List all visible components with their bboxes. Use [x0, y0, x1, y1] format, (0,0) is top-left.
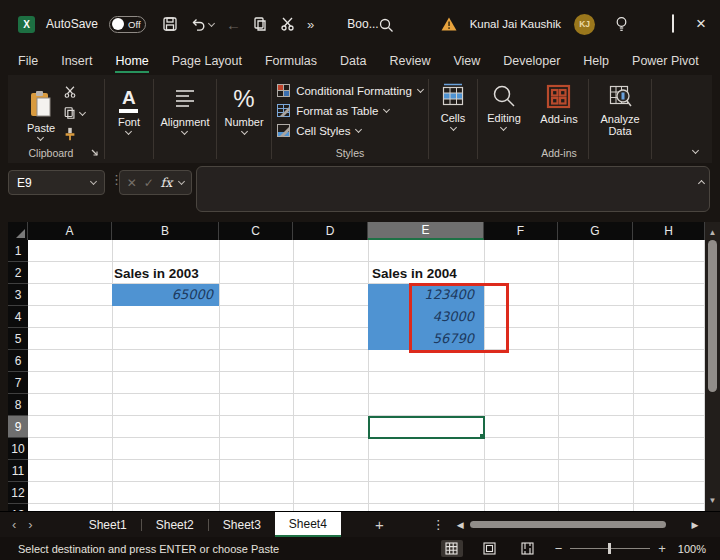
page-layout-view-button[interactable]	[479, 540, 501, 557]
user-avatar[interactable]: KJ	[574, 14, 595, 35]
sheet-tab-sheet2[interactable]: Sheet2	[142, 512, 208, 537]
active-cell-e9[interactable]	[368, 416, 485, 439]
sheet-next-icon[interactable]: ›	[28, 517, 44, 532]
enter-button[interactable]: ✓	[144, 176, 154, 190]
sheet-tab-sheet4[interactable]: Sheet4	[275, 512, 341, 537]
vertical-scrollbar[interactable]: ▲ ▼	[705, 222, 720, 511]
cancel-button[interactable]: ✕	[127, 176, 137, 190]
select-all-corner[interactable]	[8, 222, 28, 240]
font-glyph: A	[122, 88, 136, 108]
maximize-button[interactable]	[672, 15, 674, 33]
column-header-a[interactable]: A	[28, 222, 112, 240]
row-header-7[interactable]: 7	[8, 372, 28, 394]
ribbon-copy-button[interactable]	[63, 106, 85, 120]
format-as-table-button[interactable]: Format as Table	[277, 104, 423, 117]
row-header-9[interactable]: 9	[8, 416, 28, 438]
lightbulb-icon[interactable]	[614, 16, 629, 33]
column-header-g[interactable]: G	[558, 222, 633, 240]
save-button[interactable]	[162, 16, 178, 32]
row-header-4[interactable]: 4	[8, 306, 28, 328]
horizontal-scrollbar-thumb[interactable]	[470, 521, 666, 528]
user-name[interactable]: Kunal Jai Kaushik	[470, 18, 561, 30]
autosave-toggle[interactable]: Off	[109, 16, 146, 33]
sheet-prev-icon[interactable]: ‹	[0, 517, 28, 532]
vertical-scrollbar-thumb[interactable]	[708, 240, 717, 392]
qat-overflow-button[interactable]: »	[307, 17, 314, 32]
scroll-up-icon[interactable]: ▲	[709, 225, 717, 241]
tab-insert[interactable]: Insert	[61, 50, 92, 74]
redo-button[interactable]: ←	[226, 16, 241, 33]
insert-function-button[interactable]: fx	[161, 175, 173, 190]
column-header-b[interactable]: B	[112, 222, 219, 240]
alignment-button[interactable]: Alignment	[161, 75, 210, 163]
row-header-1[interactable]: 1	[8, 240, 28, 262]
cell-b3[interactable]: 65000	[112, 284, 219, 306]
cell-b2[interactable]: Sales in 2003	[114, 263, 199, 285]
tab-review[interactable]: Review	[389, 50, 430, 74]
zoom-level[interactable]: 100%	[678, 543, 706, 555]
copy-button[interactable]	[253, 16, 268, 32]
column-header-d[interactable]: D	[293, 222, 368, 240]
row-header-6[interactable]: 6	[8, 350, 28, 372]
name-box-dropdown-icon[interactable]	[90, 178, 97, 185]
row-header-10[interactable]: 10	[8, 438, 28, 460]
number-dropdown-icon	[240, 128, 247, 135]
tab-help[interactable]: Help	[583, 50, 609, 74]
scroll-down-icon[interactable]: ▼	[709, 493, 717, 509]
ribbon-collapse-icon[interactable]	[692, 147, 699, 154]
horizontal-scrollbar[interactable]: ◀ ▶	[457, 520, 699, 530]
zoom-slider[interactable]	[570, 548, 650, 549]
name-box[interactable]: E9	[8, 170, 105, 195]
row-header-12[interactable]: 12	[8, 482, 28, 504]
number-button[interactable]: % Number	[224, 75, 263, 163]
column-header-f[interactable]: F	[484, 222, 558, 240]
sheet-tab-sheet1[interactable]: Sheet1	[75, 512, 141, 537]
warning-icon[interactable]	[441, 17, 457, 31]
row-header-8[interactable]: 8	[8, 394, 28, 416]
zoom-slider-thumb[interactable]	[608, 543, 611, 554]
scroll-left-icon[interactable]: ◀	[457, 520, 464, 530]
column-header-e[interactable]: E	[368, 222, 484, 240]
cells-button[interactable]: Cells	[440, 75, 466, 163]
column-header-c[interactable]: C	[219, 222, 293, 240]
font-button[interactable]: A Font	[118, 75, 140, 163]
tab-power-pivot[interactable]: Power Pivot	[632, 50, 699, 74]
cell-styles-button[interactable]: Cell Styles	[277, 124, 423, 137]
tab-formulas[interactable]: Formulas	[265, 50, 317, 74]
column-header-h[interactable]: H	[633, 222, 705, 240]
sheet-tab-sheet3[interactable]: Sheet3	[209, 512, 275, 537]
row-header-2[interactable]: 2	[8, 262, 28, 284]
row-header-5[interactable]: 5	[8, 328, 28, 350]
page-break-view-button[interactable]	[517, 540, 539, 557]
tab-data[interactable]: Data	[340, 50, 366, 74]
ribbon-cut-icon[interactable]	[63, 85, 77, 99]
red-annotation-box	[409, 283, 509, 353]
tab-file[interactable]: File	[18, 50, 38, 74]
new-sheet-button[interactable]: +	[375, 516, 384, 533]
cut-button[interactable]	[280, 16, 295, 32]
conditional-formatting-button[interactable]: Conditional Formatting	[277, 84, 423, 97]
tab-page-layout[interactable]: Page Layout	[172, 50, 242, 74]
close-button[interactable]: ×	[696, 19, 706, 29]
row-header-11[interactable]: 11	[8, 460, 28, 482]
tab-developer[interactable]: Developer	[503, 50, 560, 74]
undo-button[interactable]	[190, 17, 214, 32]
editing-button[interactable]: Editing	[487, 75, 521, 163]
row-header-13[interactable]: 13	[8, 504, 28, 511]
row-header-3[interactable]: 3	[8, 284, 28, 306]
search-button[interactable]	[378, 17, 395, 34]
zoom-out-button[interactable]: −	[555, 541, 563, 556]
format-painter-icon[interactable]	[63, 127, 77, 141]
formula-input[interactable]	[196, 166, 710, 212]
tab-home[interactable]: Home	[115, 50, 148, 74]
analyze-data-button[interactable]: Analyze Data	[594, 75, 646, 163]
zoom-in-button[interactable]: +	[658, 541, 666, 556]
cell-e2[interactable]: Sales in 2004	[372, 263, 457, 285]
undo-dropdown-icon[interactable]	[208, 19, 215, 26]
paste-dropdown-icon[interactable]	[37, 134, 44, 141]
tab-view[interactable]: View	[453, 50, 480, 74]
sheet-more-icon[interactable]: ⋮	[432, 517, 445, 532]
normal-view-button[interactable]	[441, 540, 463, 557]
scroll-right-icon[interactable]: ▶	[692, 520, 699, 530]
clipboard-dialog-launcher-icon[interactable]	[90, 148, 99, 157]
